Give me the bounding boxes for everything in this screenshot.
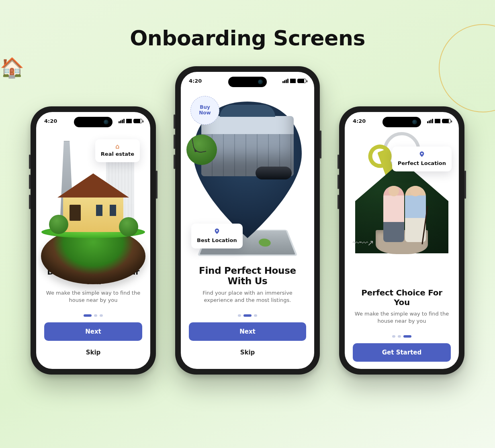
signal-icon <box>427 119 433 123</box>
next-button[interactable]: Next <box>189 322 306 341</box>
device-notch <box>228 77 267 87</box>
page-dot[interactable] <box>94 314 97 317</box>
status-time: 4:20 <box>189 78 202 84</box>
house-icon: ⌂ <box>101 143 134 150</box>
page-dot[interactable] <box>392 335 395 338</box>
battery-icon <box>442 119 451 123</box>
status-time: 4:20 <box>353 118 366 124</box>
decoration-house-emoji: 🏠 <box>0 56 24 79</box>
skip-button[interactable]: Skip <box>44 343 142 362</box>
page-dot[interactable] <box>254 314 257 317</box>
page-dot[interactable] <box>243 314 252 317</box>
onboarding-heading: Perfect Choice For You <box>354 288 449 307</box>
pin-icon <box>398 151 446 159</box>
battery-icon <box>297 79 306 83</box>
page-dot[interactable] <box>238 314 241 317</box>
skip-button[interactable]: Skip <box>189 343 306 362</box>
page-dot[interactable] <box>403 335 411 338</box>
promo-bubble-buy-now[interactable]: Buy Now <box>190 96 219 125</box>
page-dot[interactable] <box>398 335 401 338</box>
badge-label: Best Location <box>197 237 237 243</box>
wifi-icon <box>126 119 132 123</box>
onboarding-heading: Find Perfect House With Us <box>190 265 305 286</box>
battery-icon <box>133 119 142 123</box>
phone-frame-1: 4:20 ⌂ Real estate <box>31 106 156 375</box>
signal-icon <box>119 119 125 123</box>
page-indicator <box>345 335 459 338</box>
get-started-button[interactable]: Get Started <box>353 343 451 362</box>
scribble-icon: 〰〰↗ <box>353 238 373 248</box>
page-title: Onboarding Screens <box>0 26 495 50</box>
badge-label: Real estate <box>101 151 134 157</box>
pin-icon <box>197 228 237 236</box>
promo-bubble-label: Buy Now <box>199 104 211 116</box>
next-button[interactable]: Next <box>44 322 142 341</box>
badge-perfect-location: Perfect Location <box>392 147 452 171</box>
badge-label: Perfect Location <box>398 160 446 166</box>
onboarding-body: Find your place with an immersive experi… <box>190 289 305 304</box>
badge-best-location: Best Location <box>191 224 243 248</box>
page-dot[interactable] <box>84 314 92 317</box>
page-dot[interactable] <box>100 314 103 317</box>
phone-frame-3: 4:20 〰〰↗ <box>339 106 464 375</box>
wifi-icon <box>290 79 296 83</box>
page-indicator <box>36 314 150 317</box>
badge-real-estate: ⌂ Real estate <box>95 139 140 162</box>
wifi-icon <box>435 119 440 123</box>
status-time: 4:20 <box>44 118 57 124</box>
page-indicator <box>181 314 314 317</box>
signal-icon <box>282 79 288 83</box>
device-notch <box>382 117 421 127</box>
device-notch <box>74 117 112 127</box>
onboarding-body: We make the simple way to find the house… <box>354 310 449 325</box>
onboarding-body: We make the simple way to find the house… <box>46 289 141 304</box>
phone-frame-2: 4:20 Buy Now <box>175 66 320 375</box>
